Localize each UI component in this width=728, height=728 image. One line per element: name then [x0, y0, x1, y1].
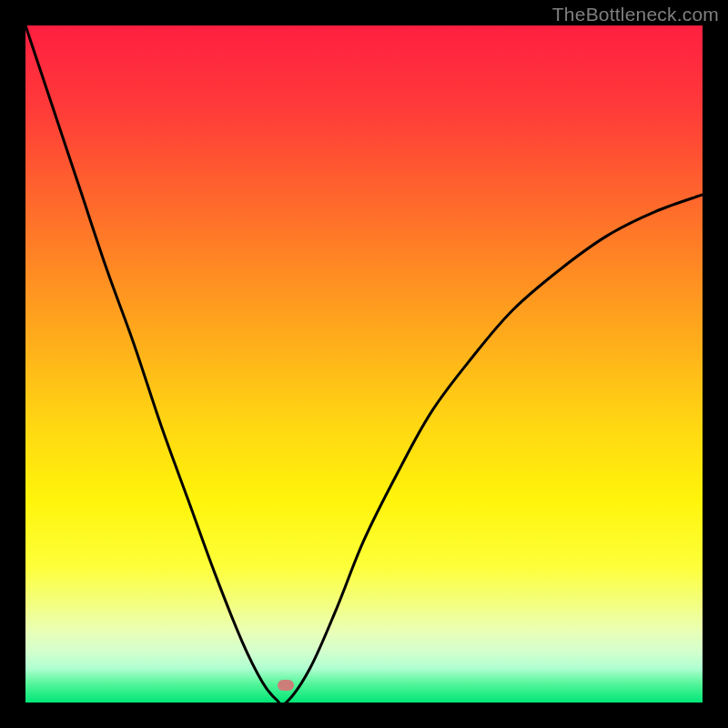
chart-frame: TheBottleneck.com [0, 0, 728, 728]
plot-area [25, 25, 703, 703]
attribution-text: TheBottleneck.com [552, 4, 719, 25]
bottleneck-curve [25, 25, 703, 703]
minimum-marker [278, 680, 294, 691]
